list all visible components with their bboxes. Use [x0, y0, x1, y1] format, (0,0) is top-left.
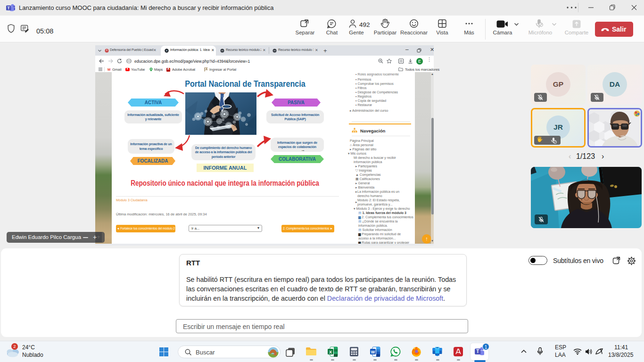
svg-text:T: T	[476, 349, 479, 354]
svg-text:W: W	[371, 350, 375, 354]
svg-text:T: T	[8, 6, 10, 10]
svg-text:X: X	[329, 350, 332, 354]
